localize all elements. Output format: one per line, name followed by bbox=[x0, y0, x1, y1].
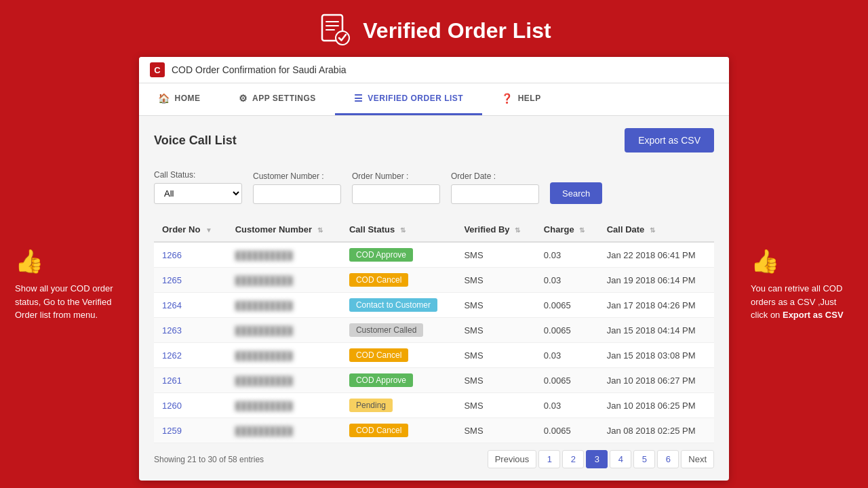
page-3-button[interactable]: 3 bbox=[586, 450, 608, 468]
cell-verified-by: SMS bbox=[456, 293, 535, 318]
col-verified-by[interactable]: Verified By ⇅ bbox=[456, 218, 535, 242]
cell-call-date: Jan 15 2018 03:08 PM bbox=[599, 343, 714, 368]
cell-order-no: 1265 bbox=[154, 268, 227, 293]
cell-call-date: Jan 10 2018 06:27 PM bbox=[599, 368, 714, 393]
main-card: C COD Order Confirmation for Saudi Arabi… bbox=[139, 57, 729, 481]
section-title: Voice Call List bbox=[154, 134, 237, 148]
page-6-button[interactable]: 6 bbox=[657, 450, 679, 468]
page-4-button[interactable]: 4 bbox=[610, 450, 631, 468]
cell-call-date: Jan 10 2018 06:25 PM bbox=[599, 393, 714, 418]
cell-call-date: Jan 19 2018 06:14 PM bbox=[599, 268, 714, 293]
col-customer-number[interactable]: Customer Number ⇅ bbox=[227, 218, 341, 242]
cell-customer-number: ██████████ bbox=[227, 242, 341, 268]
order-date-label: Order Date : bbox=[451, 171, 539, 181]
status-badge: Pending bbox=[349, 399, 393, 412]
card-topbar-title: COD Order Confirmation for Saudi Arabia bbox=[172, 64, 347, 75]
page-2-button[interactable]: 2 bbox=[562, 450, 584, 468]
nav-tabs: 🏠 HOME ⚙ APP SETTINGS ☰ VERIFIED ORDER L… bbox=[139, 83, 729, 116]
filters-row: Call Status: All COD Approve COD Cancel … bbox=[154, 163, 714, 214]
order-link[interactable]: 1262 bbox=[162, 350, 182, 361]
cell-order-no: 1261 bbox=[154, 368, 227, 393]
call-status-select[interactable]: All COD Approve COD Cancel Contact to Cu… bbox=[154, 183, 242, 204]
status-badge: COD Cancel bbox=[349, 273, 408, 287]
cell-verified-by: SMS bbox=[456, 418, 535, 443]
cell-charge: 0.0065 bbox=[536, 418, 599, 443]
prev-page-button[interactable]: Previous bbox=[488, 450, 537, 468]
cell-call-date: Jan 22 2018 06:41 PM bbox=[599, 242, 714, 268]
col-charge[interactable]: Charge ⇅ bbox=[536, 218, 599, 242]
cell-order-no: 1262 bbox=[154, 343, 227, 368]
content-area: Voice Call List Export as CSV Call Statu… bbox=[139, 116, 729, 481]
order-date-filter-group: Order Date : bbox=[451, 171, 539, 204]
customer-number-value: ██████████ bbox=[235, 401, 293, 411]
page-1-button[interactable]: 1 bbox=[538, 450, 560, 468]
call-status-filter-group: Call Status: All COD Approve COD Cancel … bbox=[154, 170, 242, 204]
cell-charge: 0.03 bbox=[536, 343, 599, 368]
status-badge: COD Cancel bbox=[349, 424, 408, 437]
cell-verified-by: SMS bbox=[456, 368, 535, 393]
status-badge: Customer Called bbox=[349, 323, 423, 337]
order-link[interactable]: 1266 bbox=[162, 250, 182, 260]
cell-verified-by: SMS bbox=[456, 393, 535, 418]
cell-customer-number: ██████████ bbox=[227, 393, 341, 418]
order-number-label: Order Number : bbox=[352, 171, 440, 181]
status-badge: COD Approve bbox=[349, 248, 413, 262]
tab-verified-order-list[interactable]: ☰ VERIFIED ORDER LIST bbox=[335, 83, 482, 115]
customer-number-value: ██████████ bbox=[235, 301, 293, 310]
next-page-button[interactable]: Next bbox=[681, 450, 714, 468]
customer-number-value: ██████████ bbox=[235, 251, 293, 260]
cell-call-status: COD Cancel bbox=[341, 418, 456, 443]
cell-verified-by: SMS bbox=[456, 343, 535, 368]
page-5-button[interactable]: 5 bbox=[633, 450, 655, 468]
cell-charge: 0.0065 bbox=[536, 293, 599, 318]
cell-order-no: 1266 bbox=[154, 242, 227, 268]
cell-customer-number: ██████████ bbox=[227, 318, 341, 343]
pagination-info: Showing 21 to 30 of 58 entries bbox=[154, 455, 264, 464]
customer-number-value: ██████████ bbox=[235, 376, 293, 386]
home-icon: 🏠 bbox=[158, 93, 170, 104]
order-link[interactable]: 1260 bbox=[162, 401, 182, 411]
cell-customer-number: ██████████ bbox=[227, 368, 341, 393]
gear-icon: ⚙ bbox=[239, 93, 248, 104]
table-row: 1259 ██████████ COD Cancel SMS 0.0065 Ja… bbox=[154, 418, 714, 443]
search-button[interactable]: Search bbox=[550, 182, 602, 204]
order-link[interactable]: 1265 bbox=[162, 275, 182, 285]
cell-charge: 0.03 bbox=[536, 242, 599, 268]
col-call-status[interactable]: Call Status ⇅ bbox=[341, 218, 456, 242]
customer-number-value: ██████████ bbox=[235, 326, 293, 336]
customer-number-input[interactable] bbox=[253, 184, 341, 204]
cell-customer-number: ██████████ bbox=[227, 268, 341, 293]
cell-call-date: Jan 15 2018 04:14 PM bbox=[599, 318, 714, 343]
tab-home[interactable]: 🏠 HOME bbox=[139, 83, 220, 115]
status-badge: COD Cancel bbox=[349, 348, 408, 362]
call-status-label: Call Status: bbox=[154, 170, 242, 180]
page-header: Verified Order List bbox=[317, 0, 551, 57]
order-link[interactable]: 1264 bbox=[162, 300, 182, 310]
orders-table: Order No ▼ Customer Number ⇅ Call Status… bbox=[154, 218, 714, 443]
table-row: 1265 ██████████ COD Cancel SMS 0.03 Jan … bbox=[154, 268, 714, 293]
pagination-row: Showing 21 to 30 of 58 entries Previous … bbox=[154, 443, 714, 471]
tab-app-settings[interactable]: ⚙ APP SETTINGS bbox=[220, 83, 335, 115]
cell-charge: 0.0065 bbox=[536, 318, 599, 343]
cell-charge: 0.0065 bbox=[536, 368, 599, 393]
order-date-input[interactable] bbox=[451, 184, 539, 204]
page-title: Verified Order List bbox=[363, 18, 551, 43]
col-call-date[interactable]: Call Date ⇅ bbox=[599, 218, 714, 242]
tab-help[interactable]: ❓ HELP bbox=[482, 83, 560, 115]
full-layout: Verified Order List C COD Order Confirma… bbox=[0, 0, 868, 481]
table-row: 1261 ██████████ COD Approve SMS 0.0065 J… bbox=[154, 368, 714, 393]
pagination-controls: Previous 1 2 3 4 5 6 Next bbox=[488, 450, 714, 468]
cell-call-date: Jan 08 2018 02:25 PM bbox=[599, 418, 714, 443]
order-link[interactable]: 1259 bbox=[162, 426, 182, 436]
table-row: 1262 ██████████ COD Cancel SMS 0.03 Jan … bbox=[154, 343, 714, 368]
col-order-no[interactable]: Order No ▼ bbox=[154, 218, 227, 242]
thumbs-up-right-icon: 👍 bbox=[751, 244, 856, 279]
cell-customer-number: ██████████ bbox=[227, 418, 341, 443]
cell-verified-by: SMS bbox=[456, 268, 535, 293]
list-icon: ☰ bbox=[354, 93, 363, 104]
order-number-input[interactable] bbox=[352, 184, 440, 204]
cell-call-status: COD Cancel bbox=[341, 268, 456, 293]
order-link[interactable]: 1261 bbox=[162, 375, 182, 386]
order-link[interactable]: 1263 bbox=[162, 325, 182, 336]
export-csv-button[interactable]: Export as CSV bbox=[625, 128, 714, 152]
